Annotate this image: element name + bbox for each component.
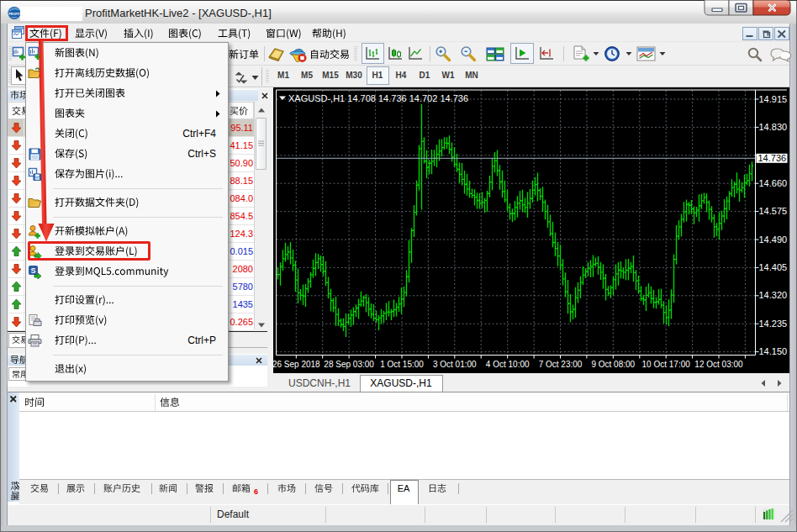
svg-text:10 Oct 17:00: 10 Oct 17:00 xyxy=(642,360,691,369)
svg-text:PROFIT: PROFIT xyxy=(8,13,20,16)
svg-text:14.915: 14.915 xyxy=(759,94,788,104)
svg-text:14.235: 14.235 xyxy=(759,319,788,329)
svg-text:14.490: 14.490 xyxy=(759,234,788,245)
svg-text:12 Oct 03:00: 12 Oct 03:00 xyxy=(694,360,743,369)
svg-text:3 Oct 01:00: 3 Oct 01:00 xyxy=(433,360,477,369)
svg-text:4 Oct 10:00: 4 Oct 10:00 xyxy=(486,360,530,369)
svg-text:9 Oct 08:00: 9 Oct 08:00 xyxy=(591,360,635,369)
svg-text:7 Oct 23:00: 7 Oct 23:00 xyxy=(539,360,583,369)
svg-text:14.830: 14.830 xyxy=(759,122,788,132)
svg-text:14.736: 14.736 xyxy=(758,153,787,163)
svg-text:28 Sep 03:00: 28 Sep 03:00 xyxy=(324,360,374,369)
svg-text:26 Sep 2018: 26 Sep 2018 xyxy=(273,360,320,369)
svg-text:XAGUSD-,H1 14.708 14.736 14.7: XAGUSD-,H1 14.708 14.736 14.702 14.736 xyxy=(288,93,468,103)
svg-text:14.150: 14.150 xyxy=(759,346,788,356)
svg-text:14.320: 14.320 xyxy=(759,290,788,300)
svg-text:1 Oct 15:00: 1 Oct 15:00 xyxy=(380,360,424,369)
svg-text:S: S xyxy=(30,266,35,275)
svg-text:14.660: 14.660 xyxy=(759,178,788,188)
svg-text:14.575: 14.575 xyxy=(759,206,788,216)
svg-text:14.405: 14.405 xyxy=(759,262,788,272)
